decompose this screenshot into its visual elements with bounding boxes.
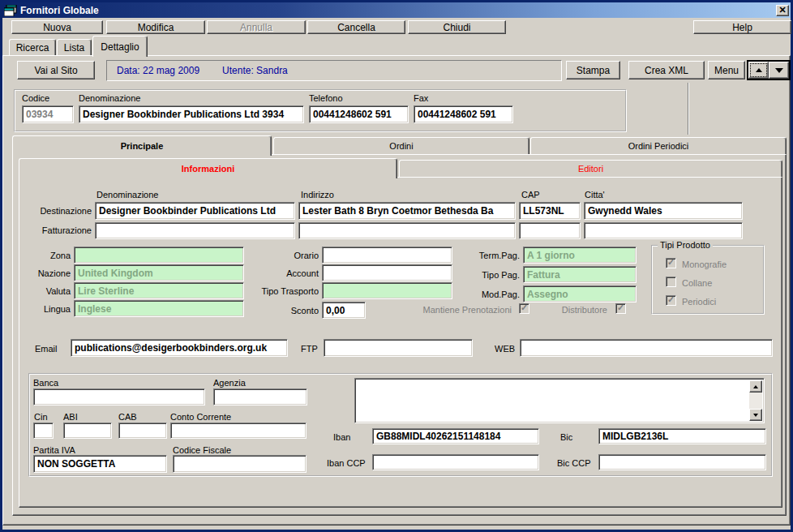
- nazione-field[interactable]: [74, 264, 244, 281]
- tab-ordini[interactable]: Ordini: [273, 137, 529, 154]
- periodici-checkbox[interactable]: [666, 295, 676, 306]
- codice-label: Codice: [22, 93, 49, 103]
- scroll-up-button[interactable]: [749, 380, 762, 393]
- record-nav-group: [747, 60, 791, 80]
- fatturazione-cap-field[interactable]: [519, 222, 581, 239]
- tab-informazioni[interactable]: Informazioni: [19, 158, 397, 178]
- date-label: Data: 22 mag 2009: [117, 65, 199, 76]
- lingua-field[interactable]: [74, 300, 244, 317]
- destinazione-indirizzo-field[interactable]: [298, 202, 516, 220]
- address-cap-label: CAP: [521, 190, 540, 200]
- mod-pag-label: Mod.Pag.: [463, 290, 520, 299]
- tipo-trasporto-label: Tipo Trasporto: [246, 286, 319, 296]
- scroll-up-icon: [753, 383, 758, 388]
- address-denominazione-label: Denominazione: [96, 190, 158, 200]
- fatturazione-denominazione-field[interactable]: [95, 222, 295, 239]
- destinazione-denominazione-field[interactable]: [95, 202, 295, 220]
- tab-principale[interactable]: Principale: [12, 135, 272, 156]
- codice-field[interactable]: [22, 105, 74, 123]
- agenzia-field[interactable]: [213, 388, 307, 405]
- tab-dettaglio[interactable]: Dettaglio: [92, 36, 148, 57]
- vai-al-sito-button[interactable]: Vai al Sito: [17, 61, 95, 79]
- ftp-label: FTP: [301, 344, 318, 354]
- stampa-button[interactable]: Stampa: [566, 61, 620, 79]
- note-textarea[interactable]: [354, 378, 765, 423]
- record-prev-button[interactable]: [748, 62, 769, 79]
- tab-editori[interactable]: Editori: [399, 160, 782, 177]
- cancella-button[interactable]: Cancella: [307, 20, 405, 34]
- cin-label: Cin: [34, 412, 48, 422]
- app-icon: [4, 5, 17, 16]
- chiudi-button[interactable]: Chiudi: [408, 20, 506, 34]
- banca-field[interactable]: [33, 388, 205, 405]
- annulla-button[interactable]: Annulla: [207, 20, 306, 34]
- partita-iva-field[interactable]: [33, 455, 167, 473]
- nazione-label: Nazione: [22, 268, 71, 278]
- close-icon[interactable]: ✕: [776, 5, 789, 16]
- crea-xml-button[interactable]: Crea XML: [628, 61, 705, 79]
- mantiene-prenotazioni-checkbox[interactable]: [519, 303, 529, 314]
- lingua-label: Lingua: [22, 304, 71, 314]
- email-label: Email: [35, 344, 58, 354]
- fatturazione-indirizzo-field[interactable]: [298, 222, 516, 239]
- scroll-down-button[interactable]: [749, 409, 762, 421]
- iban-field[interactable]: [372, 428, 539, 444]
- account-field[interactable]: [322, 264, 452, 281]
- mantiene-prenotazioni-label: Mantiene Prenotazioni: [406, 305, 512, 315]
- codice-fiscale-field[interactable]: [173, 455, 306, 473]
- tipo-pag-label: Tipo Pag.: [463, 270, 520, 280]
- monografie-label: Monografie: [682, 260, 727, 269]
- nuova-button[interactable]: Nuova: [11, 20, 103, 34]
- cin-field[interactable]: [33, 423, 54, 439]
- tipo-trasporto-field[interactable]: [322, 282, 452, 299]
- telefono-field[interactable]: [309, 105, 409, 123]
- denominazione-field[interactable]: [79, 105, 304, 123]
- fax-field[interactable]: [414, 105, 513, 123]
- conto-corrente-field[interactable]: [170, 423, 306, 439]
- session-info-panel: Data: 22 mag 2009 Utente: Sandra: [106, 60, 562, 81]
- mod-pag-field[interactable]: [523, 285, 637, 302]
- record-next-button[interactable]: [769, 62, 789, 79]
- ftp-field[interactable]: [324, 339, 473, 357]
- destinazione-cap-field[interactable]: [519, 202, 581, 220]
- tipo-pag-field[interactable]: [523, 266, 637, 283]
- bic-field[interactable]: [598, 428, 766, 444]
- tab-ricerca[interactable]: Ricerca: [9, 39, 56, 55]
- note-scrollbar[interactable]: [749, 380, 762, 421]
- orario-field[interactable]: [322, 247, 452, 264]
- bic-label: Bic: [560, 432, 572, 442]
- cab-field[interactable]: [118, 423, 167, 439]
- email-field[interactable]: [71, 339, 288, 357]
- term-pag-field[interactable]: [523, 247, 637, 264]
- collane-label: Collane: [682, 278, 712, 288]
- telefono-label: Telefono: [309, 93, 343, 103]
- tab-ordini-periodici[interactable]: Ordini Periodici: [530, 137, 787, 154]
- help-button[interactable]: Help: [693, 20, 791, 34]
- fatturazione-citta-field[interactable]: [584, 222, 743, 239]
- header-divider: [688, 83, 688, 135]
- distributore-checkbox[interactable]: [615, 303, 626, 314]
- sconto-field[interactable]: [322, 302, 366, 319]
- fax-label: Fax: [414, 93, 428, 103]
- tipi-prodotto-title: Tipi Prodotto: [658, 240, 713, 250]
- up-arrow-icon: [756, 65, 762, 72]
- distributore-label: Distributore: [544, 305, 607, 315]
- conto-corrente-label: Conto Corrente: [170, 412, 231, 422]
- orario-label: Orario: [246, 251, 319, 260]
- scroll-down-icon: [753, 414, 758, 419]
- monografie-checkbox[interactable]: [666, 258, 676, 268]
- modifica-button[interactable]: Modifica: [106, 20, 205, 34]
- collane-checkbox[interactable]: [666, 277, 676, 287]
- bic-ccp-field[interactable]: [598, 454, 766, 470]
- valuta-field[interactable]: [74, 282, 244, 299]
- abi-label: ABI: [63, 412, 78, 422]
- agenzia-label: Agenzia: [213, 378, 246, 388]
- menu-button[interactable]: Menu: [708, 61, 745, 79]
- tab-lista[interactable]: Lista: [57, 39, 92, 55]
- abi-field[interactable]: [63, 423, 112, 439]
- web-field[interactable]: [520, 339, 773, 357]
- destinazione-citta-field[interactable]: [584, 202, 743, 220]
- zona-field[interactable]: [74, 247, 244, 264]
- address-citta-label: Citta': [585, 190, 605, 200]
- iban-ccp-field[interactable]: [372, 454, 539, 470]
